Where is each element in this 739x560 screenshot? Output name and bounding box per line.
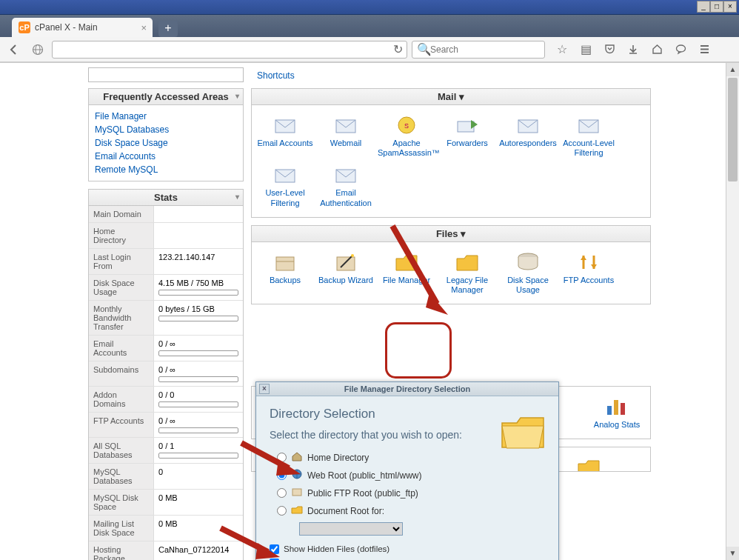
- mail-item[interactable]: Webmail: [315, 111, 376, 161]
- collapse-icon[interactable]: ▾: [235, 92, 239, 100]
- browser-search-box[interactable]: 🔍: [412, 41, 545, 59]
- stat-label: Disk Space Usage: [89, 275, 154, 300]
- window-titlebar: _ □ ×: [0, 0, 739, 15]
- window-minimize-button[interactable]: _: [697, 1, 710, 13]
- stat-label: Home Directory: [89, 223, 154, 248]
- collapse-icon[interactable]: ▾: [459, 91, 464, 102]
- directory-radio-input[interactable]: [277, 470, 287, 480]
- progress-bar: [158, 376, 238, 382]
- freq-link[interactable]: Email Accounts: [95, 150, 237, 163]
- dialog-close-button[interactable]: ×: [259, 384, 270, 394]
- directory-radio-input[interactable]: [277, 488, 287, 498]
- mail-item[interactable]: User-Level Filtering: [255, 161, 315, 210]
- document-root-select[interactable]: [299, 522, 403, 536]
- stat-value: 0 / 0: [154, 387, 243, 412]
- collapse-icon[interactable]: ▾: [235, 193, 239, 201]
- cpanel-favicon: cP: [19, 21, 30, 33]
- radio-label: Home Directory: [307, 453, 369, 463]
- menu-icon[interactable]: [695, 40, 714, 59]
- chat-icon[interactable]: [671, 40, 690, 59]
- stat-value: 0 MB: [154, 490, 243, 515]
- file-icon: [455, 251, 480, 273]
- stat-row: Subdomains0 / ∞: [89, 361, 243, 386]
- show-hidden-input[interactable]: [270, 544, 279, 554]
- progress-bar: [158, 290, 238, 296]
- files-item[interactable]: File Manager: [376, 248, 437, 298]
- freq-link[interactable]: MySQL Databases: [95, 123, 237, 136]
- files-item[interactable]: Disk Space Usage: [498, 248, 558, 298]
- freq-areas-header: Frequently Accessed Areas ▾: [88, 88, 244, 105]
- freq-link[interactable]: Disk Space Usage: [95, 136, 237, 150]
- scroll-thumb[interactable]: [728, 78, 738, 181]
- home-icon[interactable]: [647, 40, 666, 59]
- stat-row: Mailing List Disk Space0 MB: [89, 515, 243, 541]
- file-icon: [394, 251, 419, 273]
- mail-item[interactable]: Email Authentication: [315, 161, 376, 210]
- freq-areas-title: Frequently Accessed Areas: [103, 91, 229, 102]
- new-tab-button[interactable]: +: [158, 21, 178, 37]
- stat-row: Hosting PackageCaNhan_07122014: [89, 541, 243, 560]
- mail-item[interactable]: Account-Level Filtering: [558, 111, 619, 161]
- scroll-down-button[interactable]: ▼: [726, 547, 739, 560]
- mail-item-label: Email Authentication: [317, 188, 375, 207]
- reload-icon[interactable]: ↻: [389, 42, 407, 56]
- reading-list-icon[interactable]: ▤: [576, 40, 595, 59]
- cpanel-search-box[interactable]: [88, 67, 244, 82]
- shortcuts-link[interactable]: Shortcuts: [251, 67, 301, 84]
- mail-item-label: User-Level Filtering: [256, 188, 314, 207]
- directory-radio-option[interactable]: Home Directory: [270, 451, 545, 464]
- freq-link[interactable]: File Manager: [95, 110, 237, 123]
- stat-value: 0 / 1: [154, 438, 243, 463]
- browser-tab[interactable]: cP cPanel X - Main ×: [12, 18, 153, 37]
- progress-bar: [158, 401, 238, 407]
- files-item[interactable]: Legacy File Manager: [437, 248, 498, 298]
- window-close-button[interactable]: ×: [723, 1, 737, 13]
- show-hidden-checkbox[interactable]: Show Hidden Files (dotfiles): [270, 544, 545, 554]
- files-item[interactable]: Backup Wizard: [315, 248, 376, 298]
- tab-close-icon[interactable]: ×: [141, 22, 147, 33]
- window-maximize-button[interactable]: □: [710, 1, 723, 13]
- files-item[interactable]: FTP Accounts: [558, 248, 619, 298]
- freq-link[interactable]: Remote MySQL: [95, 163, 237, 176]
- stat-value: 0 / ∞: [154, 361, 243, 386]
- svg-rect-21: [621, 403, 625, 415]
- directory-radio-option[interactable]: Web Root (public_html/www): [270, 469, 545, 481]
- stat-value: 4.15 MB / 750 MB: [154, 275, 243, 300]
- pocket-icon[interactable]: [600, 40, 619, 59]
- directory-radio-option[interactable]: Public FTP Root (public_ftp): [270, 487, 545, 499]
- mail-item[interactable]: SApache SpamAssassin™: [376, 111, 437, 161]
- downloads-icon[interactable]: [623, 40, 643, 59]
- stat-label: All SQL Databases: [89, 438, 154, 463]
- files-item[interactable]: Backups: [255, 248, 315, 298]
- directory-radio-option[interactable]: Document Root for:: [270, 504, 545, 517]
- stat-row: Addon Domains0 / 0: [89, 386, 243, 412]
- stat-value: 0 / ∞: [154, 413, 243, 437]
- stat-label: MySQL Databases: [89, 464, 154, 489]
- mail-item[interactable]: Email Accounts: [255, 111, 315, 161]
- page-viewport: Frequently Accessed Areas ▾ File Manager…: [0, 62, 739, 560]
- url-bar[interactable]: ↻: [52, 41, 407, 59]
- browser-tabstrip: cP cPanel X - Main × +: [0, 15, 739, 37]
- analog-stats-link[interactable]: Analog Stats: [588, 420, 646, 430]
- mail-icon: [272, 164, 298, 186]
- files-item-label: Legacy File Manager: [438, 276, 496, 295]
- dialog-title: File Manager Directory Selection: [344, 384, 471, 393]
- stat-value: 0 / ∞: [154, 336, 243, 361]
- svg-rect-20: [614, 400, 618, 415]
- mail-item[interactable]: Forwarders: [437, 111, 498, 161]
- vertical-scrollbar[interactable]: ▲ ▼: [726, 63, 739, 560]
- back-button[interactable]: [4, 40, 24, 59]
- radio-icon: [291, 469, 303, 481]
- browser-search-input[interactable]: [430, 44, 540, 55]
- bookmark-star-icon[interactable]: ☆: [552, 40, 572, 59]
- stat-label: Subdomains: [89, 361, 154, 386]
- scroll-up-button[interactable]: ▲: [726, 63, 739, 76]
- collapse-icon[interactable]: ▾: [461, 228, 466, 239]
- mail-item-label: Email Accounts: [256, 139, 314, 148]
- mail-title: Mail: [438, 91, 456, 102]
- svg-rect-19: [607, 406, 612, 415]
- globe-icon[interactable]: [28, 40, 47, 59]
- mail-item[interactable]: Autoresponders: [498, 111, 558, 161]
- directory-radio-input[interactable]: [277, 506, 287, 516]
- directory-radio-input[interactable]: [277, 453, 287, 462]
